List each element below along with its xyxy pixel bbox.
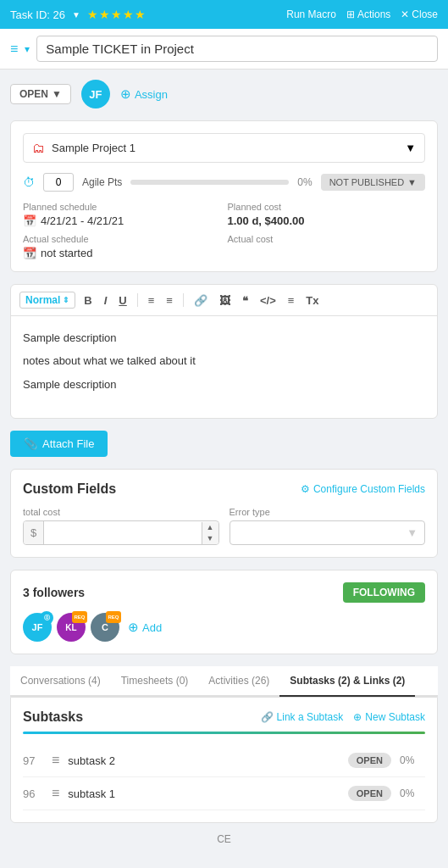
subtasks-section: Subtasks 🔗 Link a Subtask ⊕ New Subtask … xyxy=(10,697,438,823)
collapse-icon[interactable]: ▾ xyxy=(25,43,30,55)
total-cost-input[interactable] xyxy=(44,521,201,544)
avatars-row: JF ⓪ KL REQ C REQ ⊕ Add xyxy=(23,613,425,642)
project-name: Sample Project 1 xyxy=(52,142,136,154)
top-bar-left: Task ID: 26 ▼ ★★★★★ xyxy=(10,8,147,21)
subtask-status-96[interactable]: OPEN xyxy=(348,786,391,801)
tab-conversations[interactable]: Conversations (4) xyxy=(10,666,111,697)
clear-format-button[interactable]: Tx xyxy=(302,292,322,309)
run-macro-button[interactable]: Run Macro xyxy=(286,8,336,20)
editor-line-3: Sample description xyxy=(23,375,425,394)
link-subtask-button[interactable]: 🔗 Link a Subtask xyxy=(261,711,344,723)
actions-button[interactable]: ⊞ Actions xyxy=(346,8,390,20)
not-published-button[interactable]: NOT PUBLISHED ▼ xyxy=(321,174,425,191)
new-subtask-button[interactable]: ⊕ New Subtask xyxy=(353,711,425,723)
custom-fields-header: Custom Fields ⚙ Configure Custom Fields xyxy=(23,481,425,497)
dollar-prefix: $ xyxy=(24,521,44,544)
following-button[interactable]: FOLLOWING xyxy=(343,582,425,603)
follower-badge-kl: REQ xyxy=(72,611,87,623)
bottom-text: CE xyxy=(217,833,231,845)
text-style-select[interactable]: Normal ⇕ xyxy=(19,292,75,309)
project-selector[interactable]: 🗂 Sample Project 1 ▼ xyxy=(23,133,425,163)
follower-avatar-jf[interactable]: JF ⓪ xyxy=(23,613,52,642)
style-select-arrows: ⇕ xyxy=(63,296,69,304)
add-circle-icon: ⊕ xyxy=(128,620,139,635)
planned-schedule: Planned schedule 📅 4/21/21 - 4/21/21 xyxy=(23,202,221,227)
custom-fields-grid: total cost $ ▲ ▼ Error type ▼ xyxy=(23,507,425,545)
attach-file-button[interactable]: 📎 Attach File xyxy=(10,431,108,457)
project-dropdown-icon: ▼ xyxy=(405,142,416,154)
align-button[interactable]: ≡ xyxy=(285,292,298,309)
points-row: ⏱ Agile Pts 0% NOT PUBLISHED ▼ xyxy=(23,173,425,192)
follower-avatar-c[interactable]: C REQ xyxy=(91,613,119,642)
custom-fields-title: Custom Fields xyxy=(23,481,116,497)
followers-title: 3 followers xyxy=(23,586,85,599)
subtask-pct-97: 0% xyxy=(400,754,425,766)
subtasks-title: Subtasks xyxy=(23,709,83,725)
add-follower-button[interactable]: ⊕ Add xyxy=(128,620,162,635)
editor-card: Normal ⇕ B I U ≡ ≡ 🔗 🖼 ❝ </> ≡ Tx Sample… xyxy=(10,284,438,419)
configure-custom-fields-link[interactable]: ⚙ Configure Custom Fields xyxy=(301,483,425,495)
subtask-status-97[interactable]: OPEN xyxy=(348,753,391,768)
tab-timesheets[interactable]: Timesheets (0) xyxy=(111,666,199,697)
dropdown-arrow-icon[interactable]: ▼ xyxy=(72,10,80,19)
quote-button[interactable]: ❝ xyxy=(239,292,252,309)
progress-bar xyxy=(130,180,289,185)
unordered-list-button[interactable]: ≡ xyxy=(163,292,176,309)
publish-dropdown-icon: ▼ xyxy=(407,177,417,187)
top-bar: Task ID: 26 ▼ ★★★★★ Run Macro ⊞ Actions … xyxy=(0,0,448,29)
subtask-name-96[interactable]: subtask 1 xyxy=(68,787,339,800)
code-button[interactable]: </> xyxy=(257,292,279,309)
task-title-input[interactable] xyxy=(36,36,438,62)
main-content: OPEN ▼ JF ⊕ Assign 🗂 Sample Project 1 ▼ … xyxy=(0,70,448,865)
follower-badge-jf: ⓪ xyxy=(40,611,53,625)
project-card: 🗂 Sample Project 1 ▼ ⏱ Agile Pts 0% NOT … xyxy=(10,120,438,272)
error-type-select[interactable]: ▼ xyxy=(230,520,426,545)
underline-button[interactable]: U xyxy=(115,292,130,309)
list-icon: ≡ xyxy=(10,42,18,57)
bold-button[interactable]: B xyxy=(80,292,95,309)
ordered-list-button[interactable]: ≡ xyxy=(145,292,158,309)
followers-section: 3 followers FOLLOWING JF ⓪ KL REQ C REQ … xyxy=(10,570,438,654)
link-button[interactable]: 🔗 xyxy=(191,292,211,309)
spin-up-button[interactable]: ▲ xyxy=(202,522,218,533)
tabs-bar: Conversations (4) Timesheets (0) Activit… xyxy=(10,666,438,697)
total-cost-field: total cost $ ▲ ▼ xyxy=(23,507,219,545)
title-bar: ≡ ▾ xyxy=(0,29,448,70)
editor-content[interactable]: Sample description notes about what we t… xyxy=(11,316,437,418)
subtask-row: 97 ≡ subtask 2 OPEN 0% xyxy=(23,744,425,777)
tab-subtasks[interactable]: Subtasks (2) & Links (2) xyxy=(279,666,415,697)
grid-icon: ⊞ xyxy=(346,8,355,20)
subtask-name-97[interactable]: subtask 2 xyxy=(68,754,339,767)
gear-icon: ⚙ xyxy=(301,483,310,495)
italic-button[interactable]: I xyxy=(101,292,111,309)
progress-percent: 0% xyxy=(297,176,312,188)
subtask-icon-97: ≡ xyxy=(52,753,59,768)
schedule-grid: Planned schedule 📅 4/21/21 - 4/21/21 Pla… xyxy=(23,202,425,259)
subtask-pct-96: 0% xyxy=(400,787,425,799)
assign-button[interactable]: ⊕ Assign xyxy=(120,86,168,102)
star-rating[interactable]: ★★★★★ xyxy=(87,8,147,21)
followers-header: 3 followers FOLLOWING xyxy=(23,582,425,603)
spin-down-button[interactable]: ▼ xyxy=(202,533,218,544)
avatar[interactable]: JF xyxy=(81,80,110,108)
agile-points-input[interactable] xyxy=(43,173,74,192)
started-icon: 📆 xyxy=(23,247,36,259)
editor-toolbar: Normal ⇕ B I U ≡ ≡ 🔗 🖼 ❝ </> ≡ Tx xyxy=(11,285,437,316)
planned-cost: Planned cost 1.00 d, $400.00 xyxy=(228,202,426,227)
subtask-row: 96 ≡ subtask 1 OPEN 0% xyxy=(23,777,425,810)
image-button[interactable]: 🖼 xyxy=(216,292,234,309)
status-badge[interactable]: OPEN ▼ xyxy=(10,84,71,104)
close-button[interactable]: ✕ Close xyxy=(401,8,438,20)
toolbar-separator-2 xyxy=(183,293,184,307)
actual-schedule: Actual schedule 📆 not started xyxy=(23,234,221,259)
follower-avatar-kl[interactable]: KL REQ xyxy=(57,613,86,642)
tab-activities[interactable]: Activities (26) xyxy=(198,666,279,697)
task-id-label[interactable]: Task ID: 26 xyxy=(10,8,65,21)
follower-badge-c: REQ xyxy=(106,611,121,623)
toolbar-separator-1 xyxy=(137,293,138,307)
paperclip-icon: 📎 xyxy=(24,437,37,450)
subtasks-header: Subtasks 🔗 Link a Subtask ⊕ New Subtask xyxy=(23,709,425,725)
custom-fields-card: Custom Fields ⚙ Configure Custom Fields … xyxy=(10,469,438,558)
subtask-id-96: 96 xyxy=(23,787,43,800)
error-type-dropdown-icon: ▼ xyxy=(407,526,418,539)
